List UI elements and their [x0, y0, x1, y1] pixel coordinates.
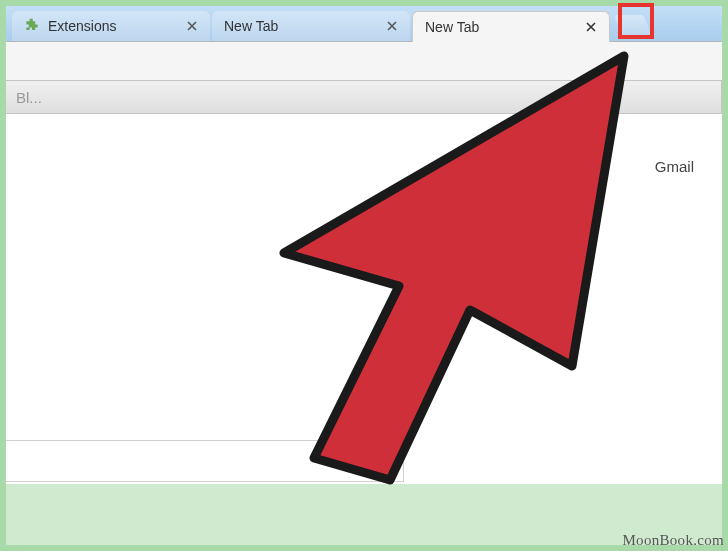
gmail-link[interactable]: Gmail: [655, 158, 694, 175]
tab-newtab-1[interactable]: New Tab: [212, 11, 410, 41]
tab-extensions[interactable]: Extensions: [12, 11, 210, 41]
tab-label: Extensions: [48, 18, 184, 34]
annotation-highlight-box: [618, 3, 654, 39]
watermark-text: MoonBook.com: [622, 532, 724, 549]
tab-label: New Tab: [224, 18, 384, 34]
tab-newtab-2-active[interactable]: New Tab: [412, 11, 610, 42]
tab-label: New Tab: [425, 19, 583, 35]
annotation-cursor-arrow: [204, 48, 644, 492]
tab-strip: Extensions New Tab New Tab: [6, 4, 722, 42]
url-text: Bl...: [16, 89, 42, 106]
extensions-icon: [24, 18, 40, 34]
close-icon[interactable]: [384, 18, 400, 34]
close-icon[interactable]: [184, 18, 200, 34]
close-icon[interactable]: [583, 19, 599, 35]
